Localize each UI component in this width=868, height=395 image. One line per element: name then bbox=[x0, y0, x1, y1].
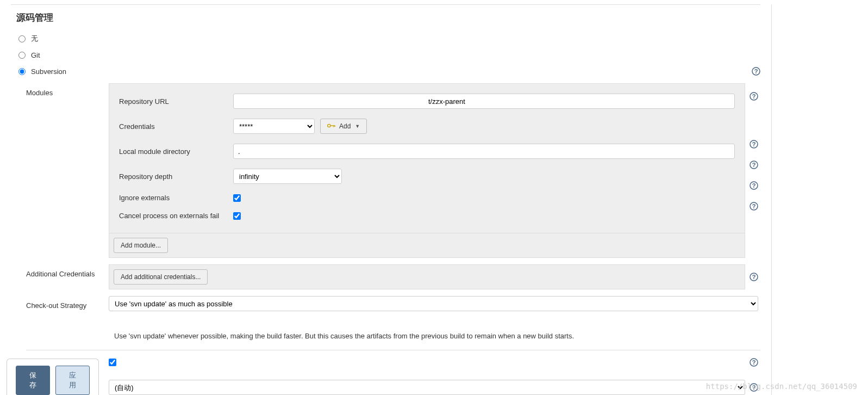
svg-text:?: ? bbox=[752, 93, 756, 100]
repo-depth-select[interactable]: infinity bbox=[233, 169, 342, 184]
scm-subversion-radio[interactable] bbox=[18, 68, 26, 75]
watermark: https://blog.csdn.net/qq_36014509 bbox=[706, 382, 857, 391]
local-dir-input[interactable] bbox=[233, 144, 735, 159]
svg-text:?: ? bbox=[752, 162, 756, 168]
ignore-externals-checkbox[interactable] bbox=[233, 194, 241, 202]
checkout-strategy-description: Use 'svn update' whenever possible, maki… bbox=[109, 332, 574, 340]
chevron-down-icon: ▼ bbox=[355, 124, 360, 129]
credentials-select[interactable]: ***** bbox=[233, 119, 315, 134]
cancel-externals-checkbox[interactable] bbox=[233, 212, 241, 220]
checkout-strategy-label: Check-out Strategy bbox=[26, 296, 109, 310]
svg-text:?: ? bbox=[752, 274, 756, 280]
svg-rect-5 bbox=[334, 125, 335, 127]
scm-subversion-label: Subversion bbox=[31, 67, 66, 76]
apply-button[interactable]: 应用 bbox=[55, 366, 90, 395]
scm-none-radio[interactable] bbox=[18, 35, 26, 42]
add-btn-label: Add bbox=[339, 122, 351, 130]
add-module-button[interactable]: Add module... bbox=[114, 238, 168, 253]
help-icon[interactable]: ? bbox=[750, 273, 758, 281]
repo-depth-label: Repository depth bbox=[119, 172, 228, 181]
svg-text:?: ? bbox=[752, 359, 756, 366]
save-button[interactable]: 保存 bbox=[16, 366, 50, 395]
checkout-strategy-select[interactable]: Use 'svn update' as much as possible bbox=[109, 296, 758, 311]
scm-none-label: 无 bbox=[31, 34, 38, 44]
help-icon[interactable]: ? bbox=[750, 202, 758, 211]
credentials-label: Credentials bbox=[119, 122, 228, 131]
additional-credentials-label: Additional Credentials bbox=[26, 264, 109, 278]
svg-text:?: ? bbox=[752, 203, 756, 209]
help-icon[interactable]: ? bbox=[750, 181, 758, 190]
cancel-externals-label: Cancel process on externals fail bbox=[119, 212, 228, 220]
ignore-externals-label: Ignore externals bbox=[119, 194, 228, 202]
svg-rect-4 bbox=[333, 125, 334, 127]
svg-text:?: ? bbox=[752, 182, 756, 189]
help-icon[interactable]: ? bbox=[750, 161, 758, 169]
help-icon[interactable]: ? bbox=[750, 358, 758, 367]
scm-radio-group: 无 Git Subversion ? bbox=[18, 34, 760, 76]
local-dir-label: Local module directory bbox=[119, 147, 228, 156]
svg-point-2 bbox=[328, 124, 330, 127]
svg-text:?: ? bbox=[754, 68, 758, 75]
repo-url-input[interactable] bbox=[233, 94, 735, 109]
add-additional-credentials-button[interactable]: Add additional credentials... bbox=[114, 269, 208, 285]
repo-browser-select[interactable]: (自动) bbox=[109, 380, 745, 395]
key-icon bbox=[327, 122, 336, 130]
subversion-config: Modules Repository URL Credentials bbox=[26, 83, 760, 395]
section-title: 源码管理 bbox=[16, 11, 760, 24]
add-credentials-button[interactable]: Add ▼ bbox=[320, 119, 367, 134]
help-icon[interactable]: ? bbox=[752, 67, 760, 76]
scm-git-label: Git bbox=[31, 51, 40, 59]
help-icon[interactable]: ? bbox=[750, 140, 758, 149]
help-icon[interactable]: ? bbox=[750, 92, 758, 101]
scm-git-radio[interactable] bbox=[18, 52, 26, 59]
svg-text:?: ? bbox=[752, 141, 756, 147]
repo-url-label: Repository URL bbox=[119, 97, 228, 106]
svg-rect-3 bbox=[330, 125, 335, 126]
footer-bar: 保存 应用 bbox=[7, 359, 99, 395]
modules-label: Modules bbox=[26, 83, 109, 97]
module-box: Repository URL Credentials ***** bbox=[109, 83, 745, 233]
quiet-checkout-checkbox[interactable] bbox=[109, 359, 116, 366]
